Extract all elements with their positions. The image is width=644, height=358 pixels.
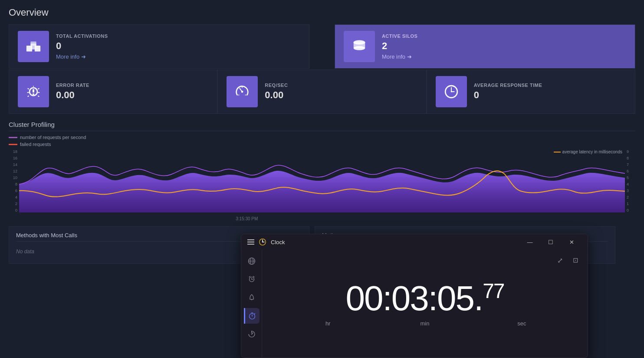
legend-red-line	[9, 144, 17, 145]
svg-line-47	[254, 314, 255, 315]
clock-pin-button[interactable]: ⊡	[569, 254, 582, 266]
clock-expand-button[interactable]: ⤢	[554, 254, 566, 266]
clock-sidebar	[241, 250, 262, 358]
world-clock-icon	[248, 257, 256, 265]
legend-purple-line	[9, 137, 17, 138]
stopwatch-labels: hr min sec	[271, 320, 579, 327]
clock-main: ⤢ ⊡ 00:03:05.77 hr min sec	[262, 250, 588, 358]
svg-rect-2	[35, 46, 40, 51]
svg-line-42	[253, 276, 254, 277]
legend-failed-label: failed requests	[20, 142, 51, 147]
svg-point-33	[262, 242, 263, 242]
clock-nav-notification[interactable]	[244, 290, 260, 305]
bell-icon	[248, 294, 256, 302]
timer-icon	[248, 330, 256, 338]
clock-app-icon	[259, 238, 266, 246]
stats-row-2: ERROR RATE 0.00 REQ/SEC 0.00	[9, 70, 635, 114]
stats-row1-spacer	[309, 24, 335, 69]
chart-y-axis-left: 18 16 14 12 10 8 6 4 2 0	[9, 149, 19, 212]
active-silos-info: ACTIVE SILOS 2 More info ➜	[382, 33, 417, 60]
clock-body: ⤢ ⊡ 00:03:05.77 hr min sec	[241, 250, 588, 358]
clock-nav-stopwatch[interactable]	[244, 308, 260, 324]
gauge-icon	[234, 83, 250, 100]
chart-time-label: 3:15:30 PM	[236, 216, 258, 221]
cubes-icon	[25, 38, 42, 55]
active-silos-link[interactable]: More info ➜	[382, 53, 417, 60]
error-rate-icon-box	[18, 76, 49, 107]
total-activations-info: TOTAL ACTIVATIONS 0 More info ➜	[56, 33, 108, 60]
svg-rect-3	[30, 42, 36, 46]
stopwatch-hr-label: hr	[271, 320, 376, 327]
stats-row-1: TOTAL ACTIVATIONS 0 More info ➜	[9, 24, 635, 69]
chart-legend: number of requests per second failed req…	[9, 135, 635, 147]
stat-card-error-rate: ERROR RATE 0.00	[9, 70, 217, 114]
legend-requests: number of requests per second	[9, 135, 635, 140]
error-rate-info: ERROR RATE 0.00	[56, 83, 89, 101]
req-sec-info: REQ/SEC 0.00	[265, 83, 288, 101]
svg-line-11	[38, 88, 39, 89]
stopwatch-sec-label: sec	[473, 320, 579, 327]
avg-response-value: 0	[474, 90, 542, 101]
database-icon	[351, 38, 368, 55]
clock-window-title: Clock	[271, 239, 285, 245]
stat-card-total-activations: TOTAL ACTIVATIONS 0 More info ➜	[9, 24, 309, 69]
total-activations-label: TOTAL ACTIVATIONS	[56, 33, 108, 39]
clock-actions: ⤢ ⊡	[554, 254, 582, 266]
chart-svg-area	[19, 149, 625, 212]
stat-card-avg-response: AVERAGE RESPONSE TIME 0	[427, 70, 635, 114]
clock-nav-alarm[interactable]	[244, 272, 260, 287]
cluster-section: Cluster Profiling number of requests per…	[9, 121, 635, 221]
svg-point-20	[241, 91, 243, 93]
req-sec-icon-box	[227, 76, 258, 107]
alarm-icon	[248, 275, 256, 283]
clock-titlebar-right: — ☐ ✕	[520, 236, 582, 248]
clock-minimize-button[interactable]: —	[520, 236, 540, 248]
svg-line-15	[38, 96, 39, 97]
clock-nav-world-clock[interactable]	[244, 253, 260, 269]
active-silos-label: ACTIVE SILOS	[382, 33, 417, 39]
active-silos-value: 2	[382, 40, 417, 52]
chart-y-axis-right: 9 8 7 6 5 4 3 2 1 0	[625, 149, 635, 212]
clock-overlay: Clock — ☐ ✕	[241, 234, 588, 358]
clock-icon	[443, 83, 460, 100]
error-rate-label: ERROR RATE	[56, 83, 89, 88]
page-title: Overview	[9, 7, 635, 18]
stopwatch-icon	[248, 312, 256, 320]
total-activations-value: 0	[56, 40, 108, 52]
stat-card-active-silos: ACTIVE SILOS 2 More info ➜	[335, 24, 635, 69]
avg-response-icon-box	[436, 76, 467, 107]
svg-point-28	[450, 91, 452, 93]
clock-nav-timer[interactable]	[244, 326, 260, 342]
chart-wrapper: average latency in milliseconds 18 16 14…	[9, 149, 635, 221]
svg-point-48	[251, 334, 252, 335]
req-sec-label: REQ/SEC	[265, 83, 288, 88]
stopwatch-display: 00:03:05.77	[345, 281, 504, 316]
cluster-chart-svg	[19, 149, 625, 212]
clock-titlebar-left: Clock	[247, 238, 285, 246]
svg-line-14	[28, 96, 29, 97]
bug-icon	[25, 83, 42, 100]
active-silos-icon-box	[344, 31, 375, 62]
legend-failed: failed requests	[9, 142, 635, 147]
total-activations-link[interactable]: More info ➜	[56, 53, 108, 60]
clock-hamburger-button[interactable]	[247, 239, 254, 245]
svg-point-18	[33, 93, 34, 95]
stat-card-req-sec: REQ/SEC 0.00	[217, 70, 426, 114]
stopwatch-min-label: min	[376, 320, 473, 327]
svg-line-41	[249, 276, 250, 277]
avg-response-label: AVERAGE RESPONSE TIME	[474, 83, 542, 88]
stopwatch-centiseconds: 77	[483, 279, 504, 302]
req-sec-value: 0.00	[265, 90, 288, 101]
avg-response-info: AVERAGE RESPONSE TIME 0	[474, 83, 542, 101]
error-rate-value: 0.00	[56, 90, 89, 101]
svg-line-10	[28, 88, 29, 89]
svg-rect-17	[33, 89, 34, 93]
clock-close-button[interactable]: ✕	[562, 236, 582, 248]
main-content: Overview TOTAL ACTIVATIONS 0 More info ➜	[0, 0, 644, 271]
total-activations-icon-box	[18, 31, 49, 62]
cluster-section-title: Cluster Profiling	[9, 121, 635, 131]
clock-maximize-button[interactable]: ☐	[541, 236, 561, 248]
clock-titlebar: Clock — ☐ ✕	[241, 234, 588, 250]
svg-point-6	[354, 46, 365, 50]
stopwatch-time-main: 00:03:05.	[345, 279, 483, 318]
